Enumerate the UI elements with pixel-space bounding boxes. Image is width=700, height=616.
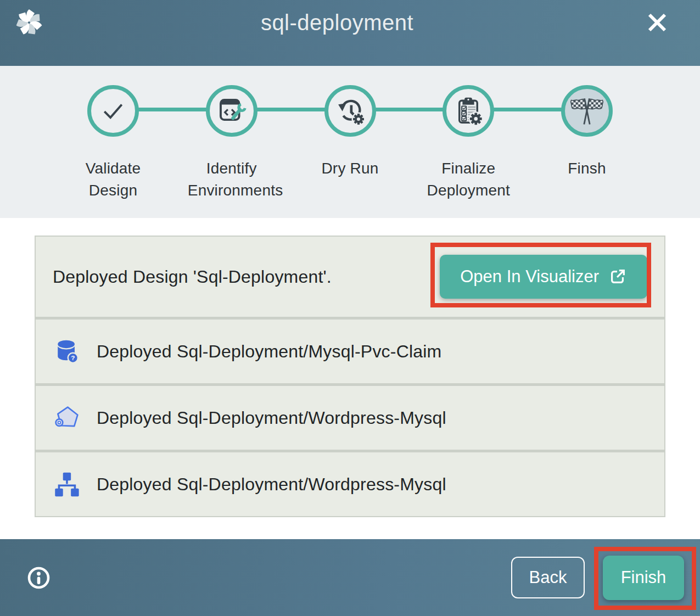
external-link-icon	[608, 267, 627, 286]
dialog-header: sql-deployment	[0, 0, 700, 66]
step-label-identify-environments: Identify Environments	[188, 158, 276, 201]
step-label-finalize-deployment: Finalize Deployment	[424, 158, 512, 201]
deployed-resource-row: ? Deployed Sql-Deployment/Mysql-Pvc-Clai…	[36, 320, 664, 383]
deployed-resource-text: Deployed Sql-Deployment/Wordpress-Mysql	[97, 408, 446, 428]
checkmark-icon	[97, 95, 129, 127]
deployed-design-text: Deployed Design 'Sql-Deployment'.	[53, 267, 332, 287]
step-circle-dry-run	[324, 85, 376, 137]
close-button[interactable]	[646, 12, 668, 33]
info-icon[interactable]	[27, 567, 50, 589]
open-in-visualizer-button[interactable]: Open In Visualizer	[440, 255, 647, 299]
deployment-results: Deployed Design 'Sql-Deployment'. Open I…	[0, 218, 700, 539]
deployed-resource-row: Deployed Sql-Deployment/Wordpress-Mysql	[36, 452, 664, 516]
dialog-title: sql-deployment	[43, 10, 631, 35]
logo-petals	[15, 9, 43, 36]
deployed-design-row: Deployed Design 'Sql-Deployment'. Open I…	[36, 237, 664, 317]
svg-text:?: ?	[71, 354, 75, 361]
finish-button[interactable]: Finish	[603, 556, 684, 600]
gear-teeth	[470, 113, 482, 125]
dialog-footer: Back Finish	[0, 539, 700, 616]
pentagon-component-icon	[54, 405, 80, 431]
hierarchy-deployment-icon	[54, 472, 80, 497]
step-label-validate-design: Validate Design	[69, 158, 157, 201]
step-circle-identify-environments	[206, 85, 257, 137]
clipboard-checklist-gear-icon	[452, 94, 485, 127]
back-button[interactable]: Back	[511, 557, 585, 598]
deployed-resource-text: Deployed Sql-Deployment/Mysql-Pvc-Claim	[97, 341, 441, 362]
deployment-stepper: Validate Design Identify Environments Dr…	[0, 66, 700, 218]
step-label-dry-run: Dry Run	[306, 158, 394, 180]
gear-teeth	[353, 114, 364, 125]
meshery-logo-icon	[15, 9, 43, 36]
code-window-wrench-icon	[215, 94, 249, 128]
deployed-resource-row: Deployed Sql-Deployment/Wordpress-Mysql	[36, 386, 664, 450]
step-label-finish: Finsh	[543, 158, 631, 180]
close-icon	[646, 12, 668, 33]
checkered-flags-icon	[570, 94, 604, 128]
deployed-resource-text: Deployed Sql-Deployment/Wordpress-Mysql	[97, 474, 446, 495]
open-in-visualizer-label: Open In Visualizer	[460, 267, 599, 287]
sync-clock-gear-icon	[334, 94, 367, 127]
step-circle-validate-design	[87, 85, 139, 137]
database-icon: ?	[54, 339, 80, 365]
step-circle-finalize-deployment	[443, 85, 494, 137]
step-circle-finish	[561, 85, 613, 137]
results-list: Deployed Design 'Sql-Deployment'. Open I…	[35, 236, 665, 517]
